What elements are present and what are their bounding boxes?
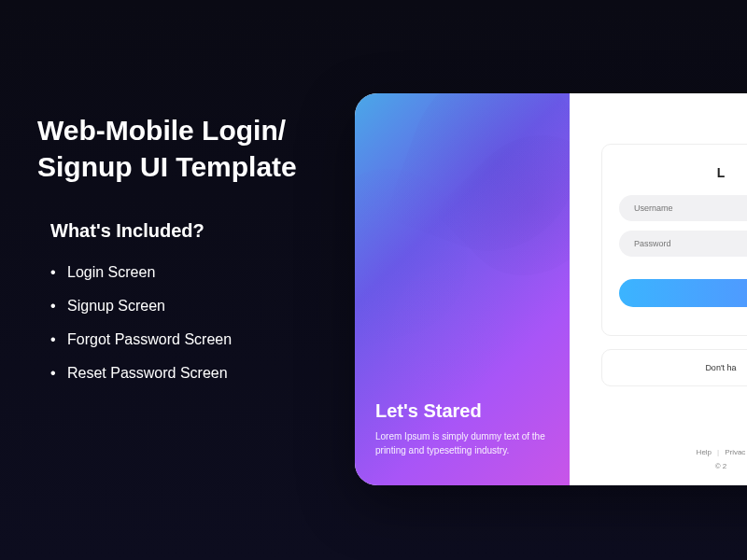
form-panel: L Don't ha Help | Privac © 2 [570, 93, 747, 485]
promo-title: Web-Mobile Login/ Signup UI Template [37, 112, 345, 185]
login-button[interactable] [619, 279, 747, 307]
copyright-text: © 2 [601, 462, 747, 470]
privacy-link[interactable]: Privac [725, 448, 745, 456]
username-input[interactable] [619, 195, 747, 221]
hero-title: Let's Stared [375, 400, 549, 422]
device-mockup: Let's Stared Lorem Ipsum is simply dummy… [355, 93, 747, 485]
promo-content: Web-Mobile Login/ Signup UI Template Wha… [37, 112, 345, 399]
hero-panel: Let's Stared Lorem Ipsum is simply dummy… [355, 93, 570, 485]
divider: | [717, 448, 719, 456]
list-item: Forgot Password Screen [50, 331, 345, 348]
features-list: Login Screen Signup Screen Forgot Passwo… [50, 264, 345, 382]
signup-prompt-card[interactable]: Don't ha [601, 349, 747, 386]
form-title: L [619, 165, 747, 180]
help-link[interactable]: Help [697, 448, 712, 456]
list-item: Signup Screen [50, 298, 345, 315]
list-item: Login Screen [50, 264, 345, 281]
signup-prompt-text: Don't ha [705, 363, 736, 372]
login-card: L [601, 144, 747, 336]
password-input[interactable] [619, 231, 747, 257]
hero-description: Lorem Ipsum is simply dummy text of the … [375, 429, 549, 457]
promo-subtitle: What's Included? [50, 220, 345, 242]
footer-links: Help | Privac [601, 448, 747, 456]
list-item: Reset Password Screen [50, 365, 345, 382]
